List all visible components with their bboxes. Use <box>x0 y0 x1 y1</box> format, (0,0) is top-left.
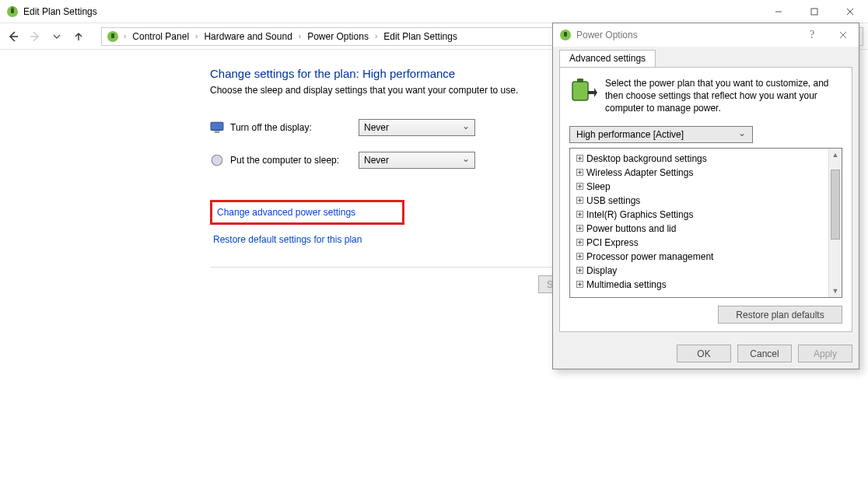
tree-item[interactable]: PCI Express <box>573 236 828 250</box>
tree-item-label: Processor power management <box>586 251 713 262</box>
dialog-intro-text: Select the power plan that you want to c… <box>605 77 842 115</box>
breadcrumb-item[interactable]: Edit Plan Settings <box>382 31 459 42</box>
expand-icon[interactable] <box>576 211 583 218</box>
cancel-button[interactable]: Cancel <box>737 345 792 362</box>
up-button[interactable] <box>70 28 87 45</box>
expand-icon[interactable] <box>576 155 583 162</box>
close-button[interactable] <box>832 0 868 23</box>
tree-item[interactable]: Wireless Adapter Settings <box>573 166 828 180</box>
titlebar: Edit Plan Settings <box>0 0 868 23</box>
tree-item[interactable]: Display <box>573 264 828 278</box>
dialog-titlebar: Power Options ? <box>553 23 859 47</box>
tab-strip: Advanced settings <box>553 47 859 67</box>
tree-item-label: Wireless Adapter Settings <box>586 167 693 178</box>
tree-item[interactable]: USB settings <box>573 194 828 208</box>
tree-item[interactable]: Desktop background settings <box>573 152 828 166</box>
apply-button[interactable]: Apply <box>798 345 852 362</box>
help-button[interactable]: ? <box>796 23 828 47</box>
dialog-title: Power Options <box>576 30 638 40</box>
moon-icon <box>210 153 224 167</box>
tree-item-label: USB settings <box>586 195 640 206</box>
tree-item[interactable]: Processor power management <box>573 250 828 264</box>
forward-button[interactable] <box>26 28 44 45</box>
svg-rect-20 <box>577 79 583 82</box>
svg-rect-19 <box>572 82 588 100</box>
expand-icon[interactable] <box>576 267 583 274</box>
scroll-up-icon[interactable]: ▲ <box>829 149 842 162</box>
power-plug-icon <box>107 30 119 43</box>
settings-tree[interactable]: Desktop background settingsWireless Adap… <box>569 148 842 298</box>
tree-item-label: Display <box>586 265 617 276</box>
tree-item[interactable]: Sleep <box>573 180 828 194</box>
expand-icon[interactable] <box>576 253 583 260</box>
svg-rect-12 <box>211 122 223 130</box>
tab-advanced-settings[interactable]: Advanced settings <box>559 50 656 67</box>
dialog-close-button[interactable] <box>828 23 859 47</box>
scroll-thumb[interactable] <box>831 170 840 240</box>
chevron-right-icon: › <box>373 32 379 40</box>
monitor-icon <box>210 121 224 135</box>
tree-item[interactable]: Multimedia settings <box>573 278 828 292</box>
expand-icon[interactable] <box>576 197 583 204</box>
svg-rect-1 <box>11 9 14 13</box>
svg-rect-16 <box>564 32 567 37</box>
sleep-timeout-label: Put the computer to sleep: <box>230 155 359 166</box>
sleep-timeout-combo[interactable]: Never <box>359 152 475 169</box>
minimize-button[interactable] <box>761 0 796 23</box>
scroll-down-icon[interactable]: ▼ <box>829 284 842 297</box>
maximize-button[interactable] <box>796 0 832 23</box>
advanced-settings-link[interactable]: Change advanced power settings <box>210 200 404 225</box>
expand-icon[interactable] <box>576 281 583 288</box>
dialog-button-row: OK Cancel Apply <box>553 338 859 369</box>
back-button[interactable] <box>5 28 22 45</box>
chevron-right-icon: › <box>194 32 199 40</box>
expand-icon[interactable] <box>576 239 583 246</box>
breadcrumb-item[interactable]: Power Options <box>306 31 370 42</box>
svg-rect-11 <box>111 33 114 38</box>
ok-button[interactable]: OK <box>677 345 731 362</box>
recent-dropdown[interactable] <box>48 28 65 45</box>
tree-item-label: PCI Express <box>586 237 639 248</box>
expand-icon[interactable] <box>576 225 583 232</box>
power-plug-icon <box>6 5 19 18</box>
tree-item-label: Power buttons and lid <box>586 223 676 234</box>
tree-item-label: Desktop background settings <box>586 153 707 164</box>
scrollbar[interactable]: ▲ ▼ <box>828 149 842 297</box>
display-timeout-label: Turn off the display: <box>230 122 359 133</box>
tree-item[interactable]: Power buttons and lid <box>573 222 828 236</box>
tab-page: Select the power plan that you want to c… <box>559 67 852 332</box>
power-plug-icon <box>559 29 572 41</box>
expand-icon[interactable] <box>576 183 583 190</box>
breadcrumb-item[interactable]: Control Panel <box>131 31 191 42</box>
power-options-dialog: Power Options ? Advanced settings Select… <box>552 23 859 369</box>
battery-plug-icon <box>569 77 597 105</box>
tree-item-label: Sleep <box>586 181 611 192</box>
display-timeout-combo[interactable]: Never <box>359 119 475 136</box>
svg-rect-13 <box>215 131 220 133</box>
restore-plan-defaults-button[interactable]: Restore plan defaults <box>718 306 842 324</box>
tree-item-label: Multimedia settings <box>586 279 667 290</box>
restore-defaults-link[interactable]: Restore default settings for this plan <box>210 233 365 247</box>
chevron-right-icon: › <box>122 32 128 40</box>
svg-rect-2 <box>12 6 12 9</box>
breadcrumb-item[interactable]: Hardware and Sound <box>202 31 293 42</box>
window-title: Edit Plan Settings <box>23 6 97 17</box>
svg-rect-3 <box>13 6 14 9</box>
expand-icon[interactable] <box>576 169 583 176</box>
svg-point-14 <box>212 155 222 166</box>
chevron-right-icon: › <box>297 32 303 40</box>
svg-rect-5 <box>811 9 817 15</box>
power-plan-combo[interactable]: High performance [Active] <box>569 126 753 143</box>
tree-item-label: Intel(R) Graphics Settings <box>586 209 693 220</box>
tree-item[interactable]: Intel(R) Graphics Settings <box>573 208 828 222</box>
